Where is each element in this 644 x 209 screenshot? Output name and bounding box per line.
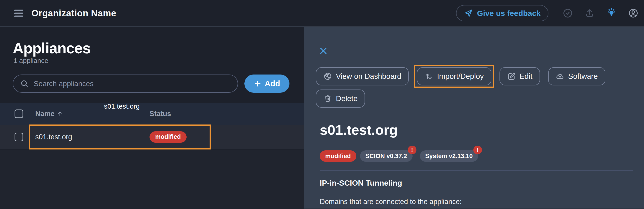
add-label: Add [265,79,280,88]
edit-button[interactable]: Edit [500,67,540,85]
feedback-button[interactable]: Give us feedback [456,5,548,21]
app-root: Organization Name Give us feedback [0,0,644,209]
globe-icon [323,72,332,81]
main-content: Appliances 1 appliance Add s01.tes [0,27,644,209]
row-checkbox[interactable] [14,133,23,141]
select-all-checkbox[interactable] [14,110,23,118]
alert-badge: ! [408,146,416,154]
delete-button[interactable]: Delete [316,89,365,108]
detail-actions-row-1: View on Dashboard Import/Deploy [316,67,605,85]
view-on-dashboard-button[interactable]: View on Dashboard [316,67,409,85]
column-header-status[interactable]: Status [150,110,171,118]
system-version-badge: System v2.13.10 ! [420,150,478,162]
appliance-count: 1 appliance [14,57,48,64]
account-icon[interactable] [628,7,639,19]
sort-asc-icon [57,111,63,117]
appliances-panel: Appliances 1 appliance Add s01.tes [0,27,304,209]
detail-title: s01.test.org [320,122,398,138]
trash-icon [323,94,332,103]
add-button[interactable]: Add [244,74,290,93]
detail-actions-row-2: Delete [316,89,365,108]
lightbulb-icon[interactable] [606,7,617,19]
topbar-left: Organization Name [13,8,116,19]
organization-title: Organization Name [32,8,116,18]
column-header-name[interactable]: Name [35,110,63,118]
tunneling-section-heading: IP-in-SCION Tunneling [320,179,402,188]
topbar: Organization Name Give us feedback [0,0,644,27]
topbar-right: Give us feedback [456,5,639,21]
tunneling-section-text: Domains that are connected to the applia… [320,198,462,206]
row-tooltip: s01.test.org [104,102,140,110]
feedback-label: Give us feedback [477,9,541,18]
import-deploy-arrows-icon [424,72,433,81]
upload-icon[interactable] [584,7,595,19]
table-header: Name Status [0,103,304,125]
software-button[interactable]: Software [548,67,605,85]
menu-icon[interactable] [13,8,24,19]
appliance-row[interactable]: s01.test.org modified [0,125,304,149]
scion-version-badge: SCION v0.37.2 ! [360,150,412,162]
status-badge: modified [150,131,186,143]
alert-badge: ! [473,146,482,154]
modified-badge: modified [320,150,356,162]
check-circle-icon[interactable] [562,7,574,19]
badge-row: modified SCION v0.37.2 ! System v2.13.10… [320,150,482,162]
plus-icon [254,80,262,87]
close-icon[interactable] [319,45,330,56]
search-box [13,74,238,93]
import-deploy-button[interactable]: Import/Deploy [417,67,491,85]
appliance-name: s01.test.org [35,133,72,141]
search-input[interactable] [34,79,231,88]
table-empty-area [0,150,304,209]
cloud-upload-icon [556,72,564,81]
section-divider [320,170,633,171]
search-icon [20,79,29,88]
send-plane-icon [464,8,473,18]
edit-pencil-icon [507,72,516,81]
appliance-detail-panel: View on Dashboard Import/Deploy [304,27,644,209]
page-title: Appliances [13,39,90,57]
